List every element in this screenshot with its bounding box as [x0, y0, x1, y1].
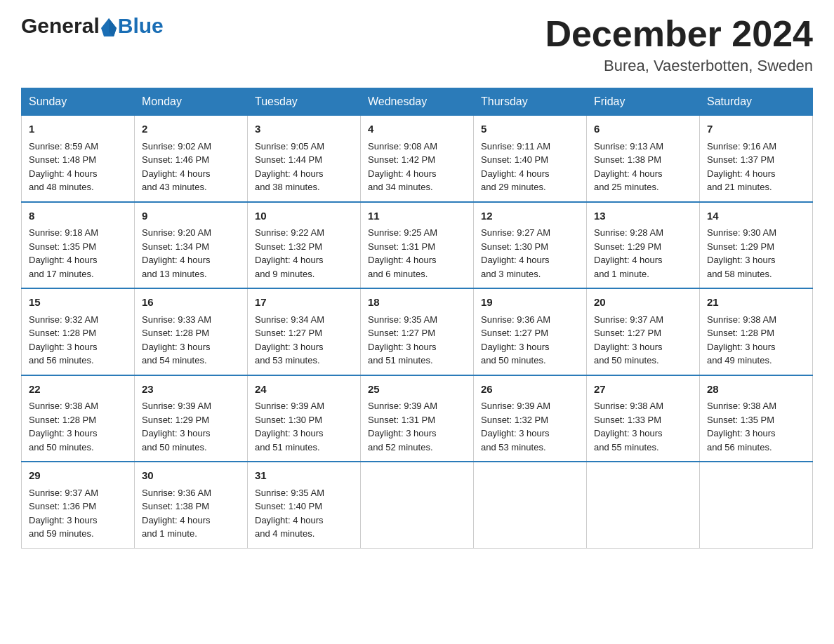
- day-sunrise: Sunrise: 9:37 AMSunset: 1:36 PMDaylight:…: [29, 488, 98, 539]
- day-sunrise: Sunrise: 9:38 AMSunset: 1:28 PMDaylight:…: [707, 314, 776, 366]
- calendar-week-row: 1 Sunrise: 8:59 AMSunset: 1:48 PMDayligh…: [22, 116, 813, 202]
- calendar-cell: 13 Sunrise: 9:28 AMSunset: 1:29 PMDaylig…: [587, 202, 700, 289]
- calendar-cell: 6 Sunrise: 9:13 AMSunset: 1:38 PMDayligh…: [587, 116, 700, 202]
- calendar-cell: 30 Sunrise: 9:36 AMSunset: 1:38 PMDaylig…: [135, 462, 248, 548]
- calendar-cell: 10 Sunrise: 9:22 AMSunset: 1:32 PMDaylig…: [248, 202, 361, 289]
- day-sunrise: Sunrise: 9:32 AMSunset: 1:28 PMDaylight:…: [29, 314, 98, 366]
- day-sunrise: Sunrise: 9:37 AMSunset: 1:27 PMDaylight:…: [594, 314, 663, 366]
- location-title: Burea, Vaesterbotten, Sweden: [545, 57, 813, 75]
- day-number: 15: [29, 295, 127, 311]
- day-number: 10: [255, 208, 353, 224]
- day-number: 20: [594, 295, 692, 311]
- calendar-cell: 28 Sunrise: 9:38 AMSunset: 1:35 PMDaylig…: [700, 375, 813, 462]
- day-sunrise: Sunrise: 9:18 AMSunset: 1:35 PMDaylight:…: [29, 227, 98, 279]
- day-sunrise: Sunrise: 8:59 AMSunset: 1:48 PMDaylight:…: [29, 141, 98, 193]
- day-sunrise: Sunrise: 9:35 AMSunset: 1:27 PMDaylight:…: [368, 314, 437, 366]
- day-sunrise: Sunrise: 9:38 AMSunset: 1:35 PMDaylight:…: [707, 401, 776, 452]
- day-number: 5: [481, 121, 579, 137]
- logo-icon: [101, 15, 117, 37]
- calendar-cell: 26 Sunrise: 9:39 AMSunset: 1:32 PMDaylig…: [474, 375, 587, 462]
- title-area: December 2024 Burea, Vaesterbotten, Swed…: [545, 14, 813, 75]
- day-number: 29: [29, 468, 127, 484]
- day-number: 7: [707, 121, 805, 137]
- logo: General Blue: [21, 14, 164, 38]
- day-number: 8: [29, 208, 127, 224]
- header-tuesday: Tuesday: [248, 88, 361, 116]
- day-number: 19: [481, 295, 579, 311]
- calendar-cell: 24 Sunrise: 9:39 AMSunset: 1:30 PMDaylig…: [248, 375, 361, 462]
- day-number: 11: [368, 208, 466, 224]
- calendar-week-row: 29 Sunrise: 9:37 AMSunset: 1:36 PMDaylig…: [22, 462, 813, 548]
- calendar-cell: 17 Sunrise: 9:34 AMSunset: 1:27 PMDaylig…: [248, 288, 361, 375]
- day-sunrise: Sunrise: 9:30 AMSunset: 1:29 PMDaylight:…: [707, 227, 776, 279]
- day-number: 13: [594, 208, 692, 224]
- calendar-cell: 16 Sunrise: 9:33 AMSunset: 1:28 PMDaylig…: [135, 288, 248, 375]
- calendar-cell: 3 Sunrise: 9:05 AMSunset: 1:44 PMDayligh…: [248, 116, 361, 202]
- header-friday: Friday: [587, 88, 700, 116]
- calendar-cell: 20 Sunrise: 9:37 AMSunset: 1:27 PMDaylig…: [587, 288, 700, 375]
- calendar-cell: 9 Sunrise: 9:20 AMSunset: 1:34 PMDayligh…: [135, 202, 248, 289]
- calendar-cell: 25 Sunrise: 9:39 AMSunset: 1:31 PMDaylig…: [361, 375, 474, 462]
- day-sunrise: Sunrise: 9:08 AMSunset: 1:42 PMDaylight:…: [368, 141, 437, 193]
- header-thursday: Thursday: [474, 88, 587, 116]
- day-number: 6: [594, 121, 692, 137]
- day-sunrise: Sunrise: 9:36 AMSunset: 1:27 PMDaylight:…: [481, 314, 550, 366]
- calendar-week-row: 22 Sunrise: 9:38 AMSunset: 1:28 PMDaylig…: [22, 375, 813, 462]
- day-number: 14: [707, 208, 805, 224]
- day-number: 23: [142, 382, 240, 398]
- calendar-cell: 7 Sunrise: 9:16 AMSunset: 1:37 PMDayligh…: [700, 116, 813, 202]
- calendar-cell: 1 Sunrise: 8:59 AMSunset: 1:48 PMDayligh…: [22, 116, 135, 202]
- day-sunrise: Sunrise: 9:02 AMSunset: 1:46 PMDaylight:…: [142, 141, 211, 193]
- header-monday: Monday: [135, 88, 248, 116]
- day-number: 25: [368, 382, 466, 398]
- calendar-cell: 2 Sunrise: 9:02 AMSunset: 1:46 PMDayligh…: [135, 116, 248, 202]
- day-sunrise: Sunrise: 9:34 AMSunset: 1:27 PMDaylight:…: [255, 314, 324, 366]
- day-number: 24: [255, 382, 353, 398]
- calendar-cell: [474, 462, 587, 548]
- calendar-cell: 27 Sunrise: 9:38 AMSunset: 1:33 PMDaylig…: [587, 375, 700, 462]
- day-number: 18: [368, 295, 466, 311]
- calendar-cell: 12 Sunrise: 9:27 AMSunset: 1:30 PMDaylig…: [474, 202, 587, 289]
- day-sunrise: Sunrise: 9:16 AMSunset: 1:37 PMDaylight:…: [707, 141, 776, 193]
- calendar-cell: [361, 462, 474, 548]
- logo-blue-text: Blue: [118, 14, 164, 38]
- month-title: December 2024: [545, 14, 813, 54]
- header-wednesday: Wednesday: [361, 88, 474, 116]
- day-sunrise: Sunrise: 9:33 AMSunset: 1:28 PMDaylight:…: [142, 314, 211, 366]
- day-number: 3: [255, 121, 353, 137]
- calendar-cell: 15 Sunrise: 9:32 AMSunset: 1:28 PMDaylig…: [22, 288, 135, 375]
- day-sunrise: Sunrise: 9:22 AMSunset: 1:32 PMDaylight:…: [255, 227, 324, 279]
- day-sunrise: Sunrise: 9:27 AMSunset: 1:30 PMDaylight:…: [481, 227, 550, 279]
- day-sunrise: Sunrise: 9:05 AMSunset: 1:44 PMDaylight:…: [255, 141, 324, 193]
- day-sunrise: Sunrise: 9:39 AMSunset: 1:32 PMDaylight:…: [481, 401, 550, 452]
- day-sunrise: Sunrise: 9:38 AMSunset: 1:33 PMDaylight:…: [594, 401, 663, 452]
- calendar-cell: 8 Sunrise: 9:18 AMSunset: 1:35 PMDayligh…: [22, 202, 135, 289]
- day-number: 17: [255, 295, 353, 311]
- calendar-cell: 29 Sunrise: 9:37 AMSunset: 1:36 PMDaylig…: [22, 462, 135, 548]
- weekday-header-row: Sunday Monday Tuesday Wednesday Thursday…: [22, 88, 813, 116]
- day-number: 9: [142, 208, 240, 224]
- calendar-cell: 18 Sunrise: 9:35 AMSunset: 1:27 PMDaylig…: [361, 288, 474, 375]
- calendar-cell: 22 Sunrise: 9:38 AMSunset: 1:28 PMDaylig…: [22, 375, 135, 462]
- day-number: 31: [255, 468, 353, 484]
- day-number: 22: [29, 382, 127, 398]
- header-sunday: Sunday: [22, 88, 135, 116]
- day-sunrise: Sunrise: 9:20 AMSunset: 1:34 PMDaylight:…: [142, 227, 211, 279]
- calendar-cell: 19 Sunrise: 9:36 AMSunset: 1:27 PMDaylig…: [474, 288, 587, 375]
- day-number: 21: [707, 295, 805, 311]
- day-number: 12: [481, 208, 579, 224]
- day-sunrise: Sunrise: 9:11 AMSunset: 1:40 PMDaylight:…: [481, 141, 550, 193]
- day-sunrise: Sunrise: 9:25 AMSunset: 1:31 PMDaylight:…: [368, 227, 437, 279]
- day-sunrise: Sunrise: 9:36 AMSunset: 1:38 PMDaylight:…: [142, 488, 211, 539]
- logo-area: General Blue: [21, 14, 164, 38]
- day-sunrise: Sunrise: 9:39 AMSunset: 1:31 PMDaylight:…: [368, 401, 437, 452]
- calendar-cell: 14 Sunrise: 9:30 AMSunset: 1:29 PMDaylig…: [700, 202, 813, 289]
- calendar-cell: 4 Sunrise: 9:08 AMSunset: 1:42 PMDayligh…: [361, 116, 474, 202]
- day-sunrise: Sunrise: 9:39 AMSunset: 1:30 PMDaylight:…: [255, 401, 324, 452]
- calendar-cell: 23 Sunrise: 9:39 AMSunset: 1:29 PMDaylig…: [135, 375, 248, 462]
- day-number: 28: [707, 382, 805, 398]
- header-saturday: Saturday: [700, 88, 813, 116]
- day-sunrise: Sunrise: 9:38 AMSunset: 1:28 PMDaylight:…: [29, 401, 98, 452]
- logo-general-text: General: [21, 14, 100, 38]
- day-sunrise: Sunrise: 9:35 AMSunset: 1:40 PMDaylight:…: [255, 488, 324, 539]
